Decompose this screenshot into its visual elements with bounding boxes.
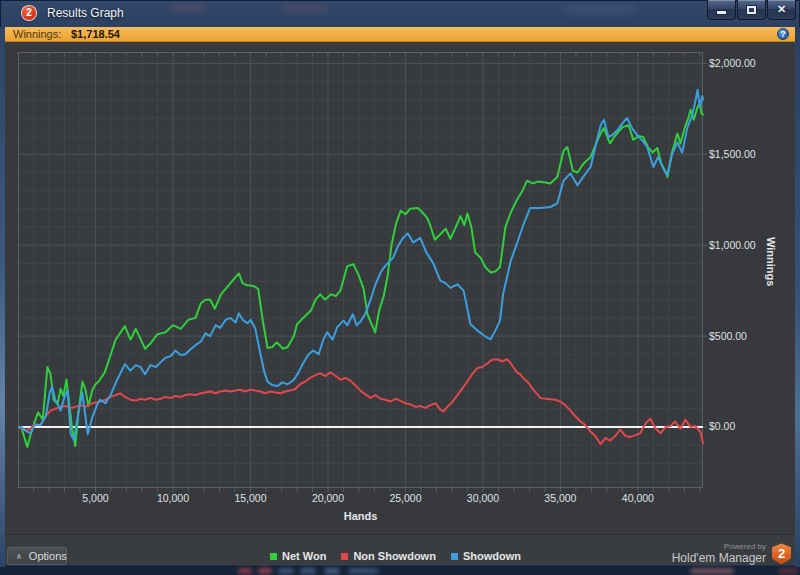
- titlebar-ghost: [282, 4, 328, 13]
- winnings-bar: Winnings: $1,718.54 ?: [5, 27, 795, 42]
- brand-name: Hold'em Manager: [672, 552, 766, 565]
- y-tick-label: $1,000.00: [709, 239, 756, 251]
- desktop-blob: [258, 568, 272, 574]
- winnings-label: Winnings:: [13, 28, 61, 40]
- chart-legend: Net Won Non Showdown Showdown: [270, 550, 521, 562]
- desktop-strip: [0, 567, 800, 575]
- plot-background: [18, 52, 703, 488]
- x-tick-label: 15,000: [234, 492, 266, 504]
- app-logo-icon: 2: [21, 5, 37, 21]
- non-showdown-swatch-icon: [341, 553, 348, 560]
- net-won-swatch-icon: [270, 553, 277, 560]
- minimize-button[interactable]: [707, 0, 736, 20]
- legend-item-non-showdown: Non Showdown: [341, 550, 435, 562]
- window-title: Results Graph: [47, 0, 124, 27]
- y-tick-label: $0.00: [709, 420, 735, 432]
- legend-label: Non Showdown: [353, 550, 435, 562]
- y-tick-label: $1,500.00: [709, 148, 756, 160]
- legend-label: Net Won: [282, 550, 326, 562]
- x-tick-label: 40,000: [622, 492, 654, 504]
- options-button-label: Options: [29, 550, 67, 562]
- holdem-manager-logo-icon: 2: [772, 543, 791, 564]
- desktop-blob: [300, 568, 316, 574]
- x-tick-label: 25,000: [389, 492, 421, 504]
- winnings-value: $1,718.54: [71, 28, 120, 40]
- maximize-icon: [747, 6, 756, 14]
- x-tick-label: 10,000: [157, 492, 189, 504]
- options-button[interactable]: ∧ Options: [7, 547, 67, 565]
- plot-area: [18, 52, 708, 494]
- caption-buttons: ✕: [707, 0, 796, 20]
- desktop-blob: [324, 568, 340, 574]
- close-icon: ✕: [777, 3, 786, 16]
- window-frame-right-edge: [795, 27, 800, 567]
- y-tick-label: $2,000.00: [709, 57, 756, 69]
- x-tick-label: 30,000: [467, 492, 499, 504]
- help-icon[interactable]: ?: [777, 28, 789, 40]
- results-graph-chart: 5,00010,00015,00020,00025,00030,00035,00…: [5, 42, 795, 534]
- bottom-bar: ∧ Options Net Won Non Showdown Showdown …: [5, 534, 795, 565]
- desktop-blob: [278, 568, 294, 574]
- y-tick-label: $500.00: [709, 330, 747, 342]
- x-tick-label: 20,000: [312, 492, 344, 504]
- x-axis-title: Hands: [344, 510, 378, 522]
- close-button[interactable]: ✕: [767, 0, 796, 20]
- desktop-blob: [348, 568, 378, 574]
- x-tick-label: 35,000: [544, 492, 576, 504]
- legend-item-net-won: Net Won: [270, 550, 326, 562]
- desktop-blob: [238, 568, 252, 574]
- y-axis-title: Winnings: [765, 237, 777, 286]
- desktop-blob: [690, 568, 734, 574]
- minimize-icon: [716, 10, 727, 15]
- chevron-up-icon: ∧: [16, 552, 22, 561]
- legend-label: Showdown: [463, 550, 521, 562]
- showdown-swatch-icon: [451, 553, 458, 560]
- title-bar[interactable]: 2 Results Graph ✕: [0, 0, 800, 27]
- titlebar-ghost: [170, 4, 206, 13]
- desktop-blob: [778, 568, 798, 574]
- branding: Powered by Hold'em Manager 2: [672, 543, 791, 565]
- legend-item-showdown: Showdown: [451, 550, 521, 562]
- x-tick-label: 5,000: [82, 492, 108, 504]
- maximize-button[interactable]: [737, 0, 766, 20]
- titlebar-ghost: [565, 5, 635, 14]
